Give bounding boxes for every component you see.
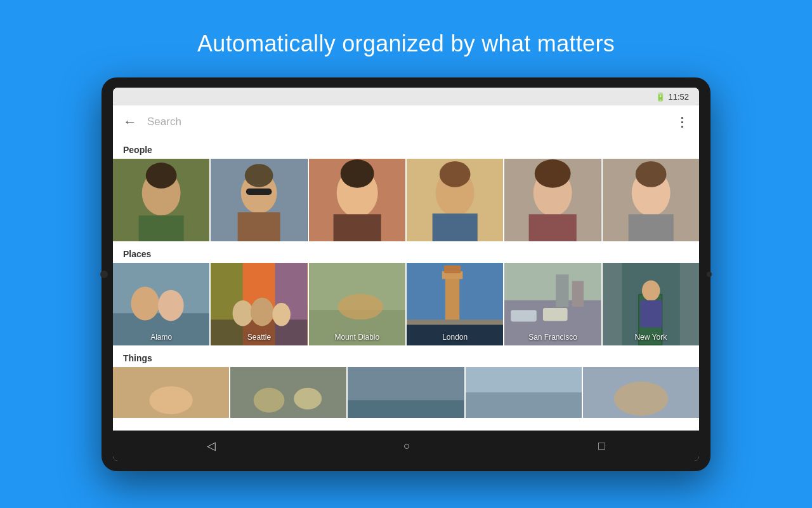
more-options-button[interactable]: ⋮ [676,114,689,130]
svg-point-33 [131,287,159,321]
nav-back-button[interactable]: ◁ [207,439,216,453]
person-photo-4[interactable] [407,159,503,241]
speaker-icon [707,272,712,277]
svg-point-29 [635,161,666,187]
nav-recents-button[interactable]: □ [598,439,605,453]
back-button[interactable]: ← [123,114,137,130]
svg-point-41 [251,298,274,326]
search-input[interactable]: Search [147,116,665,128]
person-photo-6[interactable] [603,159,699,241]
svg-point-3 [146,163,177,189]
battery-icon: 🔋 [655,92,665,102]
person-photo-2[interactable] [211,159,307,241]
people-section-label: People [113,138,699,159]
svg-rect-50 [444,265,461,273]
svg-rect-25 [529,214,577,241]
svg-rect-71 [348,400,464,418]
people-photo-row [113,159,699,243]
thing-photo-1[interactable] [113,367,229,418]
svg-point-63 [642,280,660,300]
svg-rect-8 [246,189,272,195]
things-section-label: Things [113,347,699,367]
svg-rect-20 [433,213,478,241]
svg-rect-4 [139,215,184,241]
thing-photo-2[interactable] [230,367,346,418]
place-london[interactable]: London [407,263,503,345]
svg-point-45 [337,294,383,320]
search-bar: ← Search ⋮ [113,105,699,138]
san-francisco-label: San Francisco [504,333,601,342]
svg-point-75 [614,382,668,416]
person-photo-5[interactable] [504,159,601,241]
svg-rect-54 [511,310,537,321]
seattle-label: Seattle [211,333,307,342]
thing-photo-5[interactable] [583,367,699,418]
svg-point-24 [535,159,571,188]
svg-point-34 [158,290,184,321]
tablet-screen: 🔋 11:52 ← Search ⋮ People [113,88,699,461]
status-time: 11:52 [668,92,689,102]
thing-photo-4[interactable] [466,367,582,418]
svg-point-66 [149,386,192,414]
mount-diablo-label: Mount Diablo [309,333,405,342]
svg-rect-73 [466,392,582,418]
svg-point-19 [440,161,471,187]
svg-point-14 [340,159,374,188]
headline: Automatically organized by what matters [197,30,615,57]
svg-rect-15 [333,214,381,241]
alamo-label: Alamo [113,333,209,342]
place-mount-diablo[interactable]: Mount Diablo [309,263,405,345]
nav-home-button[interactable]: ○ [403,439,410,453]
svg-rect-64 [640,300,662,328]
new-york-label: New York [603,333,699,342]
camera-icon [100,271,108,278]
tablet-device: 🔋 11:52 ← Search ⋮ People [102,77,710,471]
svg-rect-67 [230,367,346,418]
place-san-francisco[interactable]: San Francisco [504,263,601,345]
thing-photo-3[interactable] [348,367,464,418]
svg-point-9 [245,164,273,187]
status-bar: 🔋 11:52 [113,88,699,105]
person-photo-1[interactable] [113,159,209,241]
london-label: London [407,333,503,342]
svg-point-40 [233,300,253,326]
svg-point-68 [254,388,285,413]
things-photo-row [113,367,699,418]
places-photo-row: Alamo Seattle [113,263,699,347]
svg-rect-56 [556,274,569,307]
place-seattle[interactable]: Seattle [211,263,307,345]
places-section-label: Places [113,243,699,263]
person-photo-3[interactable] [309,159,405,241]
svg-rect-57 [572,281,584,307]
svg-point-42 [273,303,291,326]
svg-rect-48 [445,274,459,323]
svg-rect-30 [628,214,673,241]
svg-rect-55 [543,308,568,321]
nav-bar: ◁ ○ □ [113,431,699,461]
content-area: People [113,138,699,431]
svg-rect-10 [238,212,280,241]
svg-rect-51 [407,319,503,324]
place-new-york[interactable]: New York [603,263,699,345]
place-alamo[interactable]: Alamo [113,263,209,345]
svg-point-69 [294,388,322,410]
